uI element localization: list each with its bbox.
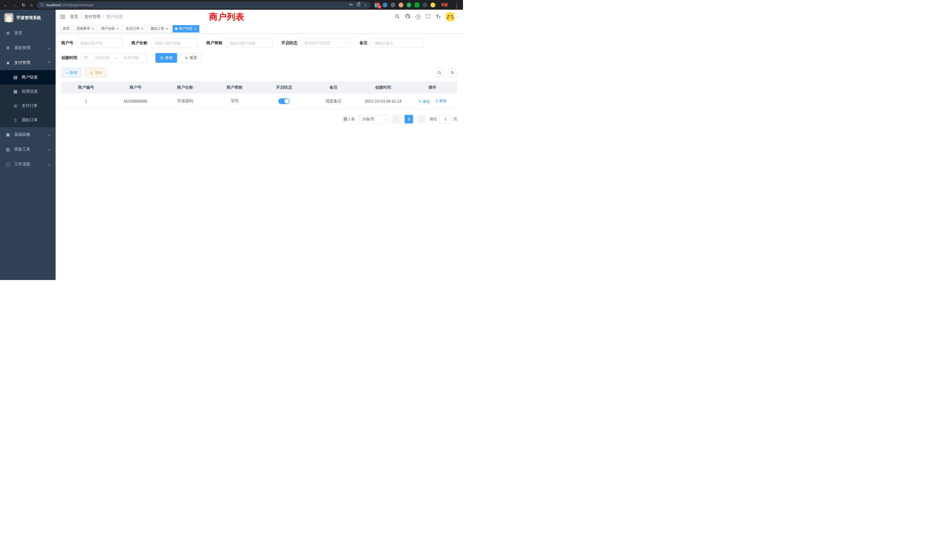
sidebar-item-pay-order[interactable]: ◎ 支付订单 (0, 98, 56, 113)
close-icon[interactable]: × (194, 27, 197, 30)
refresh-table-button[interactable]: ↻ (448, 68, 457, 77)
toggle-search-button[interactable] (434, 68, 444, 77)
download-icon (89, 71, 93, 75)
sidebar-item-app-info[interactable]: ▦ 应用信息 (0, 85, 56, 98)
chevron-right-icon (420, 118, 423, 121)
sidebar-item-label: 退款订单 (22, 118, 38, 123)
goto-page: 前往 页 (430, 115, 457, 123)
merchant-no-input[interactable] (77, 38, 123, 48)
export-button-label: 导出 (95, 70, 102, 75)
tab-pay-order[interactable]: 支付订单 × (123, 25, 146, 32)
sidebar-item-infrastructure[interactable]: ▣ 基础设施 (0, 127, 56, 142)
screen: ← → ↻ ⌂ ⓘ localhost:1024/pay/merchant ☆ … (0, 0, 463, 280)
sidebar-item-label: 支付订单 (22, 103, 38, 108)
font-size-icon[interactable]: TT (436, 15, 440, 19)
tab-process-form[interactable]: 流程表单 × (74, 25, 97, 32)
chevron-down-icon (383, 118, 386, 120)
github-icon[interactable] (405, 14, 410, 20)
breadcrumb-item[interactable]: 首页 (70, 14, 78, 20)
column-header: 商户编号 (61, 82, 111, 94)
hamburger-icon[interactable] (60, 15, 65, 19)
prev-page-button[interactable] (392, 115, 401, 123)
sidebar-item-merchant-info[interactable]: ▤ 商户信息 (0, 70, 56, 85)
user-avatar-menu[interactable] (446, 12, 458, 21)
export-button[interactable]: 导出 (85, 68, 107, 77)
bookmark-star-icon[interactable]: ☆ (364, 3, 367, 7)
page-size-select[interactable]: 10条/页 (359, 115, 388, 123)
browser-update-button[interactable]: 更新 (439, 2, 450, 8)
extensions-area: 10 ✓ (375, 3, 435, 8)
sidebar-item-payment[interactable]: ¥ 支付管理 (0, 55, 56, 70)
extension-icon-avatar[interactable] (399, 3, 403, 8)
close-icon[interactable]: × (92, 27, 94, 30)
filter-label: 开启状态 (281, 41, 297, 45)
delete-link[interactable]: 删除 (435, 98, 447, 103)
browser-menu-kebab[interactable]: ⋮ (454, 3, 460, 7)
extension-icon-green-square[interactable] (415, 3, 419, 8)
date-range-picker[interactable]: 开始日期 - 结束日期 (81, 53, 147, 63)
extension-icon-blue-drop[interactable] (383, 3, 387, 8)
filter-label: 商户号 (61, 41, 73, 45)
sidebar-item-label: 应用信息 (22, 89, 38, 94)
sidebar-item-workflow[interactable]: ▢ 工作流程 (0, 157, 56, 172)
filter-label: 商户全称 (132, 41, 147, 45)
address-bar[interactable]: ⓘ localhost:1024/pay/merchant ☆ (37, 2, 371, 9)
font-size-small: T (439, 16, 440, 19)
breadcrumb-current: 商户信息 (107, 14, 123, 20)
tab-merchant-info[interactable]: 商户信息 × (172, 25, 199, 32)
close-icon[interactable]: × (141, 27, 144, 30)
extension-icon-multicolor[interactable]: 10 (375, 3, 380, 8)
search-icon[interactable] (395, 14, 400, 20)
close-icon[interactable]: × (117, 27, 119, 30)
back-icon[interactable]: ← (3, 3, 8, 7)
help-icon[interactable]: ? (416, 15, 421, 20)
dashboard-icon: ⊙ (5, 30, 11, 36)
tab-home[interactable]: 首页 (60, 25, 72, 32)
trash-icon (435, 99, 439, 103)
site-info-icon[interactable]: ⓘ (40, 3, 44, 8)
edit-link[interactable]: ✎修改 (419, 99, 430, 104)
current-page-button[interactable]: 1 (404, 115, 413, 123)
sidebar-item-dev-tools[interactable]: ▥ 研发工具 (0, 142, 56, 157)
extension-badge: 10 (377, 5, 381, 9)
sidebar-item-label: 支付管理 (14, 60, 30, 65)
tab-user-group[interactable]: 用户分组 × (98, 25, 122, 32)
close-icon[interactable]: × (166, 27, 168, 30)
breadcrumb-item[interactable]: 支付管理 (85, 14, 100, 20)
url-text[interactable]: localhost:1024/pay/merchant (46, 3, 346, 7)
chevron-down-icon (457, 16, 459, 18)
share-icon[interactable] (357, 2, 360, 8)
cell-status (259, 94, 309, 109)
grid-icon: ▦ (13, 89, 18, 94)
extension-icon-dark[interactable] (422, 3, 427, 8)
password-key-icon[interactable] (349, 3, 353, 8)
extension-icon-gray[interactable] (390, 3, 395, 8)
status-select[interactable]: 请选择开启状态 (301, 38, 351, 48)
extension-icon-emoji[interactable] (431, 3, 435, 8)
full-name-input[interactable] (151, 38, 198, 48)
app-logo[interactable]: 芋道管理系统 (0, 10, 56, 26)
edit-label: 修改 (422, 99, 430, 104)
fullscreen-icon[interactable] (426, 14, 431, 20)
extension-icon-green-check[interactable]: ✓ (407, 3, 412, 8)
remark-input[interactable] (371, 38, 424, 48)
tab-refund-order[interactable]: 退款订单 × (148, 25, 171, 32)
search-button[interactable]: 搜索 (155, 53, 177, 63)
tab-label: 流程表单 (76, 26, 90, 31)
reload-icon[interactable]: ↻ (22, 3, 26, 7)
forward-icon[interactable]: → (12, 3, 17, 7)
date-separator: - (115, 56, 118, 60)
sidebar-item-home[interactable]: ⊙ 首页 (0, 26, 56, 41)
reset-button[interactable]: ↻ 重置 (180, 53, 201, 63)
table-row[interactable]: 1 M233666999 芋道源码 芋艿 我是备注 2021-10-23 08:… (61, 94, 457, 109)
add-button[interactable]: + 新增 (61, 68, 82, 77)
goto-page-input[interactable] (439, 115, 451, 123)
sidebar-item-system[interactable]: ⚙ 系统管理 (0, 41, 56, 55)
sidebar-item-refund-order[interactable]: ▯ 退款订单 (0, 113, 56, 127)
next-page-button[interactable] (417, 115, 426, 123)
table-toolbar: + 新增 导出 ↻ (61, 68, 457, 77)
short-name-input[interactable] (226, 38, 273, 48)
filter-merchant-no: 商户号 (61, 38, 123, 48)
status-toggle[interactable] (278, 98, 290, 104)
home-icon[interactable]: ⌂ (30, 3, 33, 7)
